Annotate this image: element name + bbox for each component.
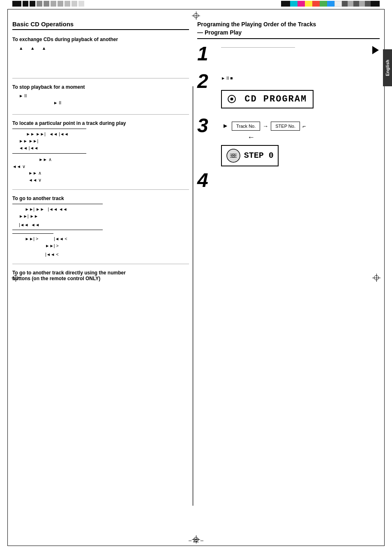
step-1-content <box>221 44 380 67</box>
step-4-content <box>221 170 380 186</box>
goto-line6: |◄◄ < <box>45 251 189 258</box>
bar-seg-8 <box>65 1 70 7</box>
main-content: Basic CD Operations To exchange CDs duri… <box>12 21 380 539</box>
top-bar-left <box>12 1 84 7</box>
exchange-section: To exchange CDs during playback of anoth… <box>12 37 189 72</box>
step-4-row: 4 <box>197 170 380 190</box>
flow-box-track: Track No. <box>232 122 260 131</box>
step-bar <box>192 86 194 506</box>
goto-bar1 <box>12 204 103 204</box>
bar-seg-7 <box>58 1 63 7</box>
goto-section: To go to another track ►►| ►► |◄◄ ◄◄ ►►|… <box>12 196 189 258</box>
bar-seg-3 <box>30 1 35 7</box>
goto-heading: To go to another track <box>12 196 189 201</box>
goto-line5: ►►| > <box>45 242 189 249</box>
divider-3 <box>12 189 189 190</box>
exchange-symbols: ▲ ▲ ▲ <box>19 45 189 52</box>
bar-seg-6 <box>51 1 56 7</box>
locate-line2: ►► ►►| <box>19 138 189 145</box>
flow-return-arrow: ← <box>247 133 380 142</box>
top-bar <box>0 0 392 7</box>
step-1-number: 1 <box>197 44 218 64</box>
color-bar-dk3 <box>365 1 371 7</box>
exchange-heading: To exchange CDs during playback of anoth… <box>12 37 189 42</box>
right-section-title: Programing the Playing Order of the Trac… <box>197 21 380 39</box>
locate-line1: ►► ►►| ◄◄ |◄◄ <box>19 131 189 138</box>
locate-line5: ◄◄ ∨ <box>12 163 189 170</box>
color-bar-green <box>320 1 327 7</box>
color-bar-dk1 <box>342 1 348 7</box>
flow-arrow-right: → <box>263 123 268 129</box>
goto-line3: |◄◄ ◄◄ <box>19 221 189 228</box>
color-bar-blue <box>327 1 334 7</box>
step-4-spacer <box>221 174 380 186</box>
stop-line1: ► II <box>19 92 189 99</box>
locate-bar <box>12 129 86 129</box>
color-bar-lt1 <box>348 1 353 7</box>
crosshair-top <box>192 12 200 20</box>
flow-box-step: STEP No. <box>271 122 300 131</box>
cd-dot-inner <box>231 98 233 101</box>
stop-heading: To stop playback for a moment <box>12 84 189 90</box>
flow-closing-bracket: ⌐ <box>302 123 306 129</box>
bar-seg-5 <box>44 1 49 7</box>
color-bar-black <box>281 1 290 7</box>
locate-line3: ◄◄ |◄◄ <box>19 145 189 152</box>
flow-diagram: ▶ Track No. → STEP No. ⌐ <box>221 122 380 131</box>
directtrack-section: To go to another track directly using th… <box>12 270 189 281</box>
step-display-box: STEP 0 <box>221 145 279 166</box>
locate-line7: ◄◄ ∨ <box>19 177 189 184</box>
bar-seg-2 <box>23 1 28 7</box>
bar-seg-1 <box>12 1 21 7</box>
color-bar-cyan <box>290 1 297 7</box>
divider-1 <box>12 78 189 78</box>
exchange-spacer <box>12 52 189 72</box>
goto-bar3 <box>12 233 53 234</box>
divider-4 <box>12 264 189 264</box>
step-display-text: STEP 0 <box>244 151 274 160</box>
step-4-number: 4 <box>197 170 218 190</box>
locate-section: To locate a particular point in a track … <box>12 120 189 184</box>
english-tab: English <box>383 49 392 86</box>
step-3-content: ▶ Track No. → STEP No. ⌐ ← <box>221 116 380 166</box>
cd-program-display-wrapper: CD PROGRAM <box>221 87 380 112</box>
stop-section: To stop playback for a moment ► II ► II <box>12 84 189 109</box>
color-bar-white <box>334 1 342 7</box>
page-border-left <box>7 9 8 546</box>
goto-line2: ►►| ►► <box>19 213 189 220</box>
bar-seg-4 <box>37 1 42 7</box>
color-bar-dk2 <box>353 1 359 7</box>
flow-pointer: ▶ <box>221 122 229 129</box>
step-3-number: 3 <box>197 116 218 136</box>
cd-dot-icon <box>228 95 236 103</box>
step-2-row: 2 ► II ■ CD PROGRAM <box>197 71 380 112</box>
cd-program-box: CD PROGRAM <box>221 90 314 108</box>
goto-bar2 <box>12 230 103 230</box>
step-1-row: 1 <box>197 44 380 67</box>
step-2-number: 2 <box>197 71 218 91</box>
step-1-line <box>221 47 295 48</box>
color-bar-lt2 <box>359 1 365 7</box>
directtrack-heading: To go to another track directly using th… <box>12 270 189 281</box>
page-number: – 22 – <box>189 537 203 543</box>
step-2-content: ► II ■ CD PROGRAM <box>221 71 380 112</box>
cd-program-text: CD PROGRAM <box>244 94 307 104</box>
stop-line2: ► II <box>53 99 189 106</box>
divider-2 <box>12 114 189 115</box>
locate-bar2 <box>12 153 86 154</box>
step-1-spacer <box>221 51 380 67</box>
top-bar-right <box>281 1 380 7</box>
disc-icon <box>226 148 241 163</box>
goto-line4: ►►| > |◄◄ < <box>19 235 189 242</box>
step-3-row: 3 ▶ Track No. → STEP No. ⌐ ← <box>197 116 380 166</box>
locate-heading: To locate a particular point in a track … <box>12 120 189 126</box>
step-2-text: ► II ■ <box>221 75 380 82</box>
bar-seg-9 <box>71 1 77 7</box>
bar-seg-10 <box>78 1 84 7</box>
flow-arrow-back: ← <box>247 133 255 141</box>
color-bar-black2 <box>371 1 380 7</box>
step-display-wrapper: STEP 0 <box>221 145 380 166</box>
right-column: Programing the Playing Order of the Trac… <box>197 21 380 194</box>
locate-line6: ►► ∧ <box>19 170 189 177</box>
color-bar-yellow <box>305 1 312 7</box>
